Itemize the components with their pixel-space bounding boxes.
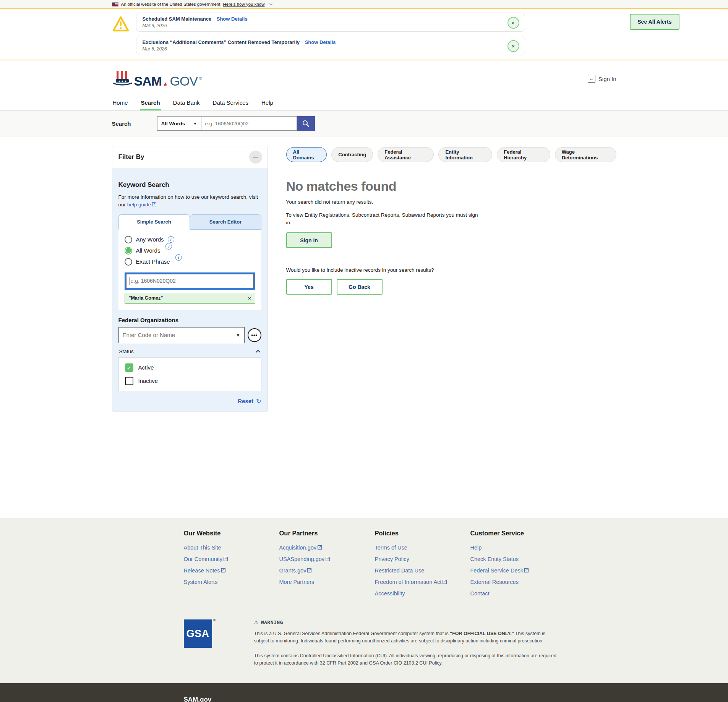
footer-link-foia[interactable]: Freedom of Information Act (375, 579, 470, 585)
footer-link-contact[interactable]: Contact (470, 590, 566, 597)
footer-link-acquisition-gov[interactable]: Acquisition.gov (279, 545, 375, 551)
sign-in-label: Sign In (598, 76, 616, 82)
nav-item-data-services[interactable]: Data Services (212, 97, 249, 110)
svg-text:★ ★ ★: ★ ★ ★ (118, 80, 126, 83)
warning-paragraph-1: This is a U.S. General Services Administ… (254, 630, 558, 645)
external-link-icon (326, 557, 330, 561)
info-icon[interactable]: i (168, 236, 174, 243)
no-results-text: Your search did not return any results. (286, 199, 616, 205)
sign-in-required-text: To view Entity Registrations, Subcontrac… (286, 211, 479, 226)
footer-link-usaspending-gov[interactable]: USASpending.gov (279, 556, 375, 562)
warning-paragraph-2: This system contains Controlled Unclassi… (254, 652, 558, 667)
text-caret (130, 277, 130, 285)
search-band-label: Search (112, 120, 157, 127)
collapse-filters-button[interactable] (249, 151, 262, 164)
nav-item-home[interactable]: Home (112, 97, 129, 110)
footer-link-more-partners[interactable]: More Partners (279, 579, 375, 585)
footer-link-grants-gov[interactable]: Grants.gov (279, 567, 375, 574)
federal-org-combobox[interactable]: Enter Code or Name ▼ (118, 327, 245, 343)
search-mode-value: All Words (161, 121, 185, 126)
close-alert-button[interactable]: × (507, 17, 519, 29)
chevron-down-icon (269, 2, 272, 5)
footer-link-external-resources[interactable]: External Resources (470, 579, 566, 585)
footer-link-release-notes[interactable]: Release Notes (184, 567, 279, 574)
footer-link-accessibility[interactable]: Accessibility (375, 590, 470, 597)
search-mode-select[interactable]: All Words ▼ (157, 116, 201, 131)
search-band: Search All Words ▼ (0, 111, 728, 136)
sam-gov-logo[interactable]: ★ ★ ★ SAM★GOV ® (112, 70, 202, 88)
search-submit-button[interactable] (297, 116, 315, 131)
domain-pill-contracting[interactable]: Contracting (331, 147, 373, 162)
refresh-icon: ↻ (256, 397, 261, 405)
checkbox-checked-icon[interactable]: ✓ (125, 363, 133, 372)
radio-any-words[interactable] (125, 236, 132, 243)
include-inactive-question: Would you like to include inactive recor… (286, 267, 616, 273)
footer-heading: Customer Service (470, 530, 566, 537)
federal-org-more-button[interactable]: ••• (248, 328, 261, 342)
nav-item-help[interactable]: Help (261, 97, 274, 110)
go-back-button[interactable]: Go Back (337, 279, 383, 295)
close-alert-button[interactable]: × (507, 40, 519, 52)
tab-search-editor[interactable]: Search Editor (190, 214, 261, 230)
show-details-link[interactable]: Show Details (305, 39, 336, 45)
footer-link-about-this-site[interactable]: About This Site (184, 545, 279, 551)
header-sign-in[interactable]: ← Sign In (588, 75, 616, 83)
footer-link-federal-service-desk[interactable]: Federal Service Desk (470, 567, 566, 574)
alert-date: Mar 6, 2026 (143, 46, 507, 52)
radio-any-words-label: Any Words (136, 236, 164, 243)
tab-simple-search[interactable]: Simple Search (118, 214, 190, 230)
footer-site-name: SAM.gov (184, 696, 616, 702)
checkbox-unchecked-icon[interactable] (125, 377, 133, 385)
remove-chip-icon[interactable]: × (248, 295, 251, 301)
status-option-inactive[interactable]: Inactive (125, 377, 255, 385)
domain-pill-federal-hierarchy[interactable]: Federal Hierarchy (497, 147, 550, 162)
show-details-link[interactable]: Show Details (217, 16, 248, 22)
domain-pill-all-domains[interactable]: All Domains (286, 147, 327, 162)
domain-pill-wage-determinations[interactable]: Wage Determinations (555, 147, 616, 162)
external-link-icon (524, 568, 529, 572)
no-matches-title: No matches found (286, 179, 616, 194)
brand-registered-mark: ® (199, 76, 202, 81)
radio-all-words[interactable] (125, 247, 132, 255)
footer-link-privacy-policy[interactable]: Privacy Policy (375, 556, 470, 562)
status-option-active[interactable]: ✓ Active (125, 363, 255, 372)
alert-exclusions: Exclusions “Additional Comments” Content… (136, 36, 525, 55)
footer-link-terms-of-use[interactable]: Terms of Use (375, 545, 470, 551)
keyword-input-placeholder: e.g. 1606N020Q02 (131, 278, 176, 284)
help-guide-link[interactable]: help guide (127, 202, 151, 208)
footer-link-our-community[interactable]: Our Community (184, 556, 279, 562)
status-inactive-label: Inactive (138, 378, 158, 384)
how-you-know-link[interactable]: Here’s how you know (223, 2, 264, 6)
primary-nav: Home Search Data Bank Data Services Help (0, 97, 728, 111)
identity-footer: SAM.gov An official website of the U.S. … (0, 683, 728, 702)
domain-pill-entity-information[interactable]: Entity Information (438, 147, 492, 162)
footer-link-restricted-data-use[interactable]: Restricted Data Use (375, 567, 470, 574)
main-content: Filter By Keyword Search For more inform… (0, 136, 728, 518)
global-search-input[interactable] (201, 116, 297, 131)
footer-link-system-alerts[interactable]: System Alerts (184, 579, 279, 585)
external-link-icon (307, 568, 311, 572)
reset-filters-button[interactable]: Reset ↻ (118, 397, 261, 405)
external-link-icon (318, 545, 322, 550)
system-warning: ⚠WARNING This is a U.S. General Services… (254, 619, 558, 667)
radio-exact-phrase[interactable] (125, 258, 132, 266)
sign-in-arrow-icon: ← (588, 75, 595, 83)
keyword-input-focused[interactable]: e.g. 1606N020Q02 (125, 272, 255, 290)
chevron-up-icon[interactable] (256, 350, 261, 355)
us-flag-icon (112, 2, 118, 6)
external-link-icon (224, 557, 228, 561)
warning-triangle-icon (112, 16, 130, 32)
nav-item-data-bank[interactable]: Data Bank (172, 97, 201, 110)
brand-sam: SAM (134, 75, 162, 88)
domain-pill-federal-assistance[interactable]: Federal Assistance (378, 147, 434, 162)
footer-column-policies: Policies Terms of Use Privacy Policy Res… (375, 530, 470, 602)
footer-link-help[interactable]: Help (470, 545, 566, 551)
gsa-registered-mark: ® (213, 618, 216, 622)
info-icon[interactable]: i (175, 254, 182, 261)
nav-item-search[interactable]: Search (140, 97, 161, 110)
yes-button[interactable]: Yes (286, 279, 332, 295)
sign-in-button[interactable]: Sign In (286, 232, 332, 248)
footer-link-check-entity-status[interactable]: Check Entity Status (470, 556, 566, 562)
see-all-alerts-button[interactable]: See All Alerts (630, 14, 679, 30)
info-icon[interactable]: i (165, 243, 172, 250)
